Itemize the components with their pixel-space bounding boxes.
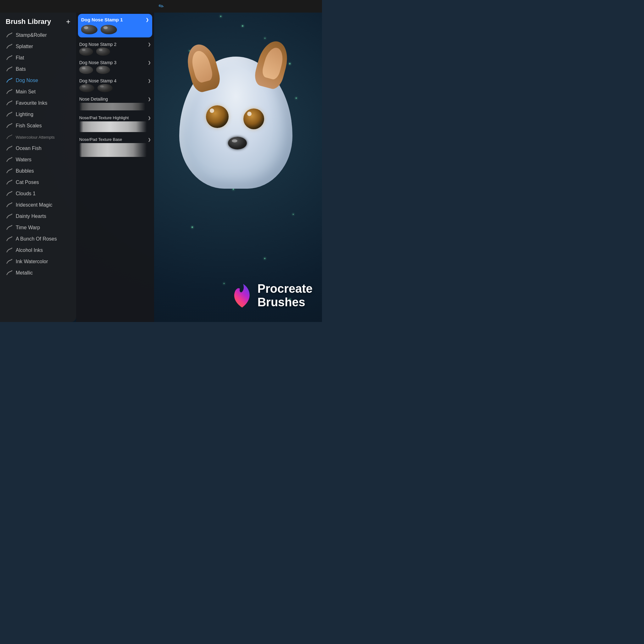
sidebar-item-a-bunch-of-roses[interactable]: A Bunch Of Roses (0, 233, 76, 245)
chevron-7: ❯ (148, 137, 151, 142)
sidebar-item-favourite-inks[interactable]: Favourite Inks (0, 97, 76, 109)
sidebar-item-label: Iridescent Magic (16, 202, 53, 208)
ghost-dog-illustration (170, 38, 302, 189)
brush-label-3: Dog Nose Stamp 3 (79, 60, 116, 65)
sidebar-item-label: Ocean Fish (16, 146, 42, 151)
chevron-4: ❯ (148, 79, 151, 83)
sidebar-item-label: Ink Watercolor (16, 259, 48, 264)
procreate-logo (231, 282, 253, 309)
brush-icon (6, 224, 13, 231)
chevron-5: ❯ (148, 97, 151, 101)
pencil-icon[interactable]: ✎ (157, 2, 165, 11)
sidebar-item-clouds-1[interactable]: Clouds 1 (0, 188, 76, 199)
brush-icon (6, 269, 13, 276)
brush-icon (6, 54, 13, 61)
sidebar-item-cat-poses[interactable]: Cat Poses (0, 177, 76, 188)
brush-icon (6, 43, 13, 50)
brush-icon (6, 236, 13, 242)
eye-highlight-right (247, 112, 252, 116)
sidebar-item-label: Time Warp (16, 225, 40, 230)
top-toolbar: ✎ (0, 0, 322, 13)
sidebar-item-bats[interactable]: Bats (0, 64, 76, 75)
texture-highlight-preview (79, 121, 147, 132)
sidebar-title: Brush Library (6, 18, 51, 26)
brush-icon (6, 190, 13, 197)
brush-row-dog-nose-stamp-1[interactable]: Dog Nose Stamp 1 ❯ (78, 14, 152, 37)
brush-label-7: Nose/Pad Texture Base (79, 137, 122, 142)
nose (228, 137, 247, 149)
brand-text-block: Procreate Brushes (258, 282, 313, 309)
brush-icon (6, 88, 13, 95)
sidebar-item-label: Dainty Hearts (16, 214, 46, 219)
nose-highlight (232, 139, 237, 142)
sidebar-header: Brush Library + (0, 13, 76, 30)
sidebar-item-waters[interactable]: Waters (0, 154, 76, 165)
sidebar-item-dainty-hearts[interactable]: Dainty Hearts (0, 211, 76, 222)
sidebar-item-time-warp[interactable]: Time Warp (0, 222, 76, 233)
eye-highlight-left (210, 108, 214, 113)
sidebar-item-label: Stamp&Roller (16, 32, 47, 38)
brush-icon (6, 213, 13, 220)
sidebar-item-bubbles[interactable]: Bubbles (0, 165, 76, 177)
brush-icon (6, 247, 13, 254)
brush-icon (6, 122, 13, 129)
sidebar-item-ink-watercolor[interactable]: Ink Watercolor (0, 256, 76, 267)
sidebar-item-label: Favourite Inks (16, 100, 47, 106)
sidebar-item-label: Clouds 1 (16, 191, 36, 197)
branding-area: Procreate Brushes (231, 282, 313, 309)
sidebar-item-fish-scales[interactable]: Fish Scales (0, 120, 76, 131)
brush-label: Dog Nose Stamp 1 (81, 17, 144, 22)
sidebar-item-label: Fish Scales (16, 123, 42, 129)
brush-label-6: Nose/Pad Texture Highlight (79, 115, 129, 120)
chevron-6: ❯ (148, 116, 151, 120)
brush-icon (6, 32, 13, 39)
sidebar-item-label: Watercolour Attempts (16, 135, 55, 140)
sidebar-item-label: Bats (16, 66, 26, 72)
chevron-2: ❯ (148, 42, 151, 47)
brush-icon (6, 179, 13, 186)
texture-base-preview (79, 143, 147, 157)
brush-chevron-icon: ❯ (146, 17, 149, 22)
sidebar-item-stamp-roller[interactable]: Stamp&Roller (0, 30, 76, 41)
add-brush-button[interactable]: + (66, 18, 70, 25)
sidebar-item-label: Metallic (16, 270, 33, 276)
brush-label-2: Dog Nose Stamp 2 (79, 42, 116, 47)
ear-right-inner (261, 46, 286, 81)
sidebar-panel: Brush Library + Stamp&Roller Splatter Fl… (0, 13, 76, 322)
sidebar-item-splatter[interactable]: Splatter (0, 41, 76, 52)
sidebar-item-label: Main Set (16, 89, 36, 95)
brush-icon (6, 156, 13, 163)
sidebar-item-label: Bubbles (16, 168, 34, 174)
brush-icon (6, 134, 13, 141)
sidebar-item-dog-nose[interactable]: Dog Nose (0, 75, 76, 86)
sidebar-item-flat[interactable]: Flat (0, 52, 76, 64)
sidebar-item-metallic[interactable]: Metallic (0, 267, 76, 279)
sidebar-item-label: Dog Nose (16, 78, 38, 83)
art-area: Procreate Brushes (154, 13, 322, 322)
brush-icon (6, 258, 13, 265)
sidebar-item-alcohol-inks[interactable]: Alcohol Inks (0, 245, 76, 256)
brush-label-4: Dog Nose Stamp 4 (79, 78, 116, 83)
brush-icon (6, 100, 13, 107)
sidebar-item-lighting[interactable]: Lighting (0, 109, 76, 120)
sidebar-item-label: Flat (16, 55, 24, 61)
brand-line-1: Procreate (258, 282, 313, 296)
sidebar-item-label: Cat Poses (16, 180, 39, 185)
chevron-3: ❯ (148, 60, 151, 65)
sidebar-item-label: A Bunch Of Roses (16, 236, 57, 242)
brand-line-2: Brushes (258, 296, 313, 309)
brush-icon-active (6, 77, 13, 84)
nose-detailing-preview (79, 103, 145, 110)
sidebar-item-iridescent-magic[interactable]: Iridescent Magic (0, 199, 76, 211)
sidebar-item-main-set[interactable]: Main Set (0, 86, 76, 97)
sidebar-item-watercolour-attempts[interactable]: Watercolour Attempts (0, 131, 76, 143)
sidebar-item-ocean-fish[interactable]: Ocean Fish (0, 143, 76, 154)
sidebar-item-label: Alcohol Inks (16, 247, 43, 253)
eye-left (206, 105, 229, 128)
sidebar-list: Stamp&Roller Splatter Flat Bats Dog Nose (0, 30, 76, 322)
eye-right (243, 108, 264, 129)
ear-right (252, 38, 292, 91)
sidebar-item-label: Lighting (16, 112, 33, 117)
brush-icon (6, 145, 13, 152)
ear-left (183, 41, 223, 94)
